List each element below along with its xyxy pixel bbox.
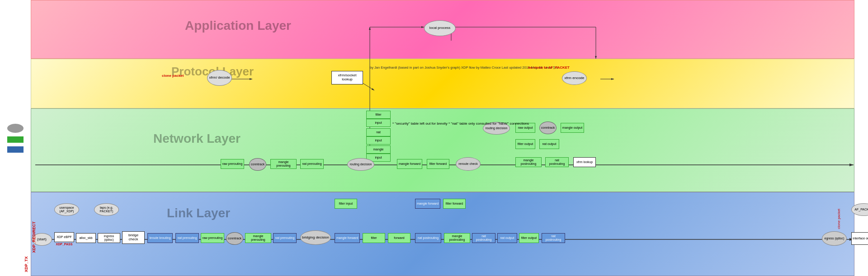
filter-forward-right-node: filter forward [443,199,466,209]
xdp-redirect-label: XDP_REDIRECT [32,221,36,253]
left-sidebar [0,0,31,276]
mangle-forward-net-node: mangle forward [397,159,422,169]
egress-qdisc-node: egress (qdisc) [822,231,847,246]
filter-forward-link1-node: filter [363,233,385,243]
conntrack-link-node: conntrack [226,232,243,245]
local-process-node: local process [424,20,456,36]
conntrack-net-node: conntrack [249,158,266,171]
legend-blue [7,146,24,153]
ingress-qdisc-node: ingress (qdisc) [98,233,120,243]
routing-decision-left-node: routing decision [347,158,374,171]
bridge-check-node: bridge check [122,231,145,244]
broute-brouting-node: broute brouting [147,233,173,243]
mangle-postrouting-net-node: mangle postrouting [515,157,542,167]
diagram-area: Application Layer Protocol Layer Network… [31,0,854,276]
nat-postrouting-link1-node: nat postrouting [415,233,441,243]
xdp-tx-label: XDP_TX [24,256,28,272]
no-clone-label: no clone to AF_PACKET [528,65,570,70]
legend-green [7,136,24,143]
mangle-prerouting-link-node: mangle prerouting [245,233,271,243]
reroute-check-node: reroute check [456,157,481,171]
network-layer-title: Network Layer [153,131,241,146]
raw-prerouting-link-node: raw prerouting [201,233,224,243]
filter-input-link-node: filter input [335,199,357,209]
mangle-input-net-node: mangle [366,145,391,154]
nat-input-net-label: input [366,136,391,145]
userspace-node: userspace (AF_XDP) [54,203,79,216]
filter-output-net-node: filter output [515,139,535,149]
bridging-decision-node: bridging decision [300,230,331,245]
taps-node: taps (e.g. PACKET) [94,203,119,216]
clone-packet-right-label: clone packet [837,209,841,229]
xfrm-socket-lookup-node: xfrm/socket lookup [331,71,363,84]
filter-forward-link2-node: forward [388,233,410,243]
clone-packet-left-label: clone packet [162,74,184,78]
xfrm-encode-node: xfrm encode [562,71,587,85]
nat-output-net-node: nat output [539,139,559,149]
nat-input-net-node: nat [366,128,391,136]
mangle-output-net-node: mangle output [561,123,584,133]
link-layer-title: Link Layer [167,206,230,220]
raw-prerouting-net-node: raw prerouting [221,159,244,169]
interface-output-node: interface output [851,232,868,245]
nat-postrouting-link3-node: nat postrouting [542,233,565,243]
mangle-postrouting-link1-node: mangle postrouting [444,233,470,243]
nat-postrouting-link2-node: nat postrouting [472,233,495,243]
xfrm-decode-node: xfrm/ decode [207,70,232,86]
nat-prerouting-net-node: nat prerouting [300,159,324,169]
mangle-prerouting-net-node: mangle prerouting [270,159,297,169]
app-layer-title: Application Layer [185,19,291,33]
filter-input-net-node: filter [366,111,391,119]
nat-output-link-node: nat output [497,233,517,243]
xdp-pass-label: XDP_PASS [54,243,74,246]
nat-postrouting-net-node: nat postrouting [545,157,569,167]
xfrm-lookup-node: xfrm lookup [573,157,596,167]
filter-output-link-node: filter output [519,233,539,243]
nat-prerouting-link-node: nat prerouting [175,233,199,243]
xdp-ebpf-node: XDP eBPF [54,232,74,242]
conntrack-net2-node: conntrack [539,122,557,134]
filter-forward-net-node: filter forward [427,159,449,169]
security-note: * "security" table left out for brevity … [392,121,529,126]
legend-oval [7,124,24,133]
mangle-forward-right-node: mangle forward [415,199,440,209]
filter-input-net-label: input [366,119,391,127]
alloc-skb-node: alloc_skb [76,233,96,243]
nat-prerouting2-link-node: nat prerouting [273,233,297,243]
mangle-forward-link-node: mangle forward [335,233,360,243]
main-container: Application Layer Protocol Layer Network… [0,0,868,276]
